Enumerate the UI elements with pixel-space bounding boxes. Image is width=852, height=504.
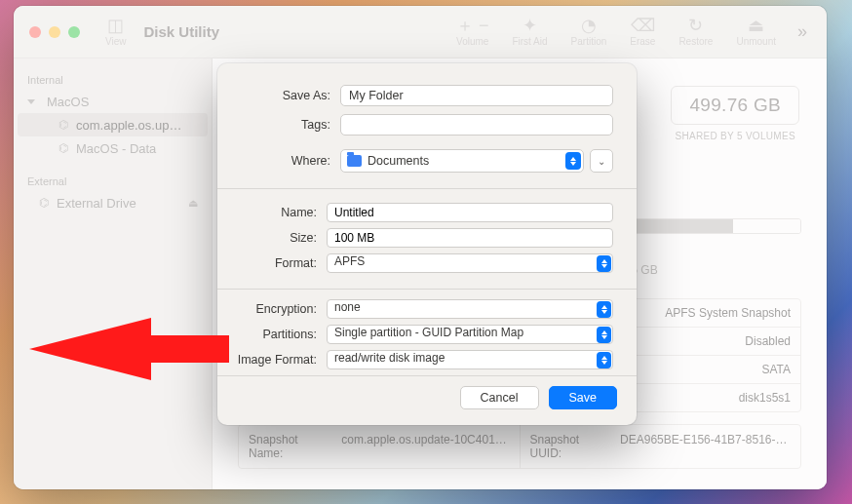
save-label: Save [569, 391, 598, 405]
where-select[interactable]: Documents [340, 149, 584, 173]
updown-icon [597, 301, 611, 318]
unmount-icon: ⏏ [748, 17, 764, 34]
snapshot-name-value: com.apple.os.update-10C4015… [341, 433, 509, 460]
eject-icon[interactable]: ⏏ [188, 197, 198, 210]
sidebar-item-macos[interactable]: MacOS [18, 90, 208, 113]
disk-icon: ⌬ [39, 196, 49, 210]
restore-label: Restore [678, 36, 713, 47]
imageformat-value: read/write disk image [334, 351, 445, 365]
erase-label: Erase [630, 36, 655, 47]
sidebar-header-external: External [14, 170, 212, 191]
sidebar-item-label: MacOS [47, 95, 198, 109]
restore-icon: ↻ [688, 17, 703, 34]
sidebar-item-macos-data[interactable]: ⌬ MacOS - Data [18, 136, 208, 160]
free-value: 39.75 GB [608, 263, 801, 277]
snapshot-name-label: Snapshot Name: [249, 433, 333, 460]
firstaid-icon: ✦ [523, 17, 537, 34]
format-select[interactable]: APFS [327, 253, 613, 273]
erase-icon: ⌫ [631, 17, 655, 34]
restore-button[interactable]: ↻ Restore [667, 17, 724, 47]
size-label: Size: [241, 231, 317, 245]
minimize-icon[interactable] [49, 26, 60, 38]
where-label: Where: [241, 154, 330, 168]
cancel-label: Cancel [481, 391, 519, 405]
imageformat-label: Image Format: [227, 353, 317, 367]
firstaid-button[interactable]: ✦ First Aid [500, 17, 559, 47]
partition-icon: ◔ [581, 17, 597, 34]
sidebar-item-external[interactable]: ⌬ External Drive ⏏ [18, 191, 208, 214]
partitions-value: Single partition - GUID Partition Map [334, 326, 523, 339]
snapshot-uuid-value: DEA965BE-E156-41B7-8516-B… [620, 433, 791, 460]
plus-minus-icon: ＋ − [456, 17, 489, 34]
disk-icon: ⌬ [58, 118, 68, 132]
save-button[interactable]: Save [549, 386, 618, 409]
imageformat-select[interactable]: read/write disk image [327, 350, 613, 369]
sidebar-header-internal: Internal [14, 68, 212, 90]
save-sheet: Save As: Tags: Where: Documents ⌄ Nam [217, 63, 637, 425]
sidebar-item-update[interactable]: ⌬ com.apple.os.up… [18, 113, 208, 136]
info-device: disk1s5s1 [739, 391, 791, 405]
tags-label: Tags: [241, 118, 330, 132]
view-label: View [105, 36, 127, 47]
sidebar-item-label: External Drive [57, 196, 180, 211]
size-input[interactable] [327, 228, 613, 248]
close-icon[interactable] [29, 26, 41, 38]
tags-input[interactable] [340, 114, 613, 136]
disclosure-icon[interactable] [27, 99, 35, 104]
erase-button[interactable]: ⌫ Erase [618, 17, 667, 47]
zoom-icon[interactable] [68, 26, 80, 38]
format-value: APFS [334, 254, 365, 268]
snapshot-row: Snapshot Name: com.apple.os.update-10C40… [238, 424, 801, 469]
capacity-value: 499.76 GB [671, 86, 799, 125]
capacity-sub: SHARED BY 5 VOLUMES [671, 131, 799, 141]
unmount-button[interactable]: ⏏ Unmount [724, 17, 788, 47]
where-value: Documents [368, 154, 429, 168]
free-label: Free [608, 246, 801, 259]
updown-icon [565, 152, 581, 170]
partition-label: Partition [571, 36, 607, 47]
updown-icon [597, 352, 611, 368]
name-input[interactable] [327, 203, 613, 222]
saveas-label: Save As: [241, 89, 330, 102]
format-label: Format: [241, 256, 317, 270]
saveas-input[interactable] [340, 85, 613, 106]
cancel-button[interactable]: Cancel [460, 386, 539, 409]
sidebar-item-label: MacOS - Data [76, 141, 198, 156]
usage-free [733, 219, 800, 233]
traffic-lights [29, 26, 80, 38]
sidebar-item-label: com.apple.os.up… [76, 118, 198, 133]
partition-button[interactable]: ◔ Partition [560, 17, 619, 47]
encryption-select[interactable]: none [327, 299, 613, 319]
volume-button[interactable]: ＋ − Volume [445, 17, 501, 47]
info-filevault: Disabled [745, 334, 791, 348]
updown-icon [597, 327, 611, 343]
capacity-box: 499.76 GB SHARED BY 5 VOLUMES [671, 86, 799, 141]
view-button[interactable]: ◫ View [94, 17, 138, 47]
volume-label: Volume [456, 36, 488, 47]
info-connection: SATA [761, 363, 791, 376]
partitions-select[interactable]: Single partition - GUID Partition Map [327, 325, 613, 344]
sidebar: Internal MacOS ⌬ com.apple.os.up… ⌬ MacO… [14, 58, 213, 489]
overflow-icon[interactable]: » [788, 21, 817, 42]
partitions-label: Partitions: [241, 328, 317, 341]
info-type: APFS System Snapshot [665, 306, 791, 320]
chevron-down-icon: ⌄ [598, 156, 605, 167]
window-title: Disk Utility [144, 23, 220, 40]
sidebar-icon: ◫ [107, 17, 124, 34]
expand-button[interactable]: ⌄ [590, 149, 613, 173]
snapshot-uuid-label: Snapshot UUID: [530, 433, 613, 460]
toolbar: ◫ View Disk Utility ＋ − Volume ✦ First A… [14, 6, 827, 58]
disk-icon: ⌬ [58, 141, 68, 155]
usage-legend: Free 39.75 GB [608, 246, 801, 277]
folder-icon [347, 155, 362, 167]
encryption-label: Encryption: [241, 302, 317, 316]
firstaid-label: First Aid [512, 36, 547, 47]
name-label: Name: [241, 206, 317, 219]
unmount-label: Unmount [736, 36, 776, 47]
updown-icon [597, 255, 611, 272]
encryption-value: none [334, 300, 361, 314]
